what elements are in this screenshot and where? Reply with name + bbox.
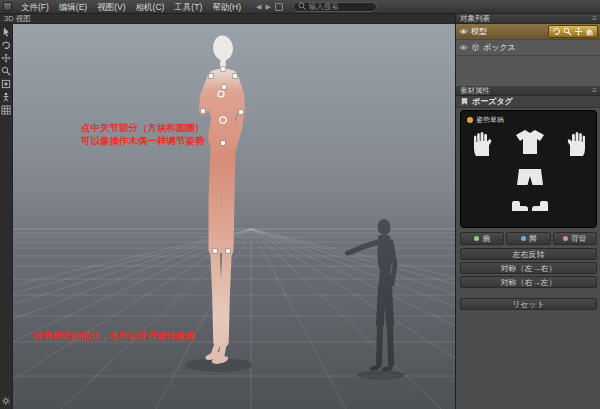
lower-body-icon[interactable]: [516, 167, 544, 187]
menu-tools[interactable]: 工具(T): [169, 0, 207, 14]
pose-tag-label: ポーズタグ: [472, 96, 513, 107]
search-input[interactable]: [309, 2, 372, 11]
pose-tag-panel: 姿势草稿: [460, 110, 597, 228]
object-list-header: 对象列表 ≡: [456, 14, 600, 24]
camera-tool-bar: [548, 25, 598, 38]
rotate-view-icon[interactable]: [552, 27, 561, 36]
leg-dot: [521, 236, 526, 241]
material-properties-header: 素材属性 ≡: [456, 86, 600, 96]
visibility-eye-icon[interactable]: [459, 27, 468, 36]
visibility-eye-icon[interactable]: [459, 43, 468, 52]
arm-dot: [474, 236, 479, 241]
back-arrow-icon[interactable]: ◀: [256, 3, 261, 11]
figure-tool-icon[interactable]: [1, 91, 12, 102]
grab-hand-icon[interactable]: [585, 27, 594, 36]
select-tool-icon[interactable]: [1, 26, 12, 37]
menu-camera[interactable]: 相机(C): [131, 0, 170, 14]
toggle-spine-label: 背骨: [571, 234, 586, 244]
object-label-model: 模型: [471, 26, 487, 37]
toggle-arm[interactable]: 腕: [460, 232, 504, 245]
symmetry-left-to-right-button[interactable]: 对称（左→右）: [460, 262, 597, 274]
menu-edit[interactable]: 编辑(E): [54, 0, 92, 14]
camera-rotate-icon[interactable]: [1, 39, 12, 50]
zoom-view-icon[interactable]: [563, 27, 572, 36]
menu-help[interactable]: 帮助(H): [207, 0, 246, 14]
menu-bar: 文件(F) 编辑(E) 视图(V) 相机(C) 工具(T) 帮助(H) ◀ ▶: [0, 0, 600, 14]
material-properties-title: 素材属性: [460, 86, 490, 95]
history-panel-icon[interactable]: [275, 3, 283, 11]
tag-active-dot: [467, 117, 473, 123]
tag-icon: [460, 97, 469, 106]
panel-menu-icon[interactable]: ≡: [592, 14, 597, 23]
left-toolbar: [0, 24, 13, 409]
object-list-title: 对象列表: [460, 14, 490, 23]
toggle-leg-label: 脚: [529, 234, 537, 244]
reset-button[interactable]: リセット: [460, 298, 597, 310]
silhouette-shadow: [357, 371, 405, 380]
forward-arrow-icon[interactable]: ▶: [265, 3, 270, 11]
tag-name: 姿势草稿: [476, 115, 504, 125]
3d-viewport-canvas[interactable]: [13, 24, 455, 409]
camera-pan-icon[interactable]: [1, 52, 12, 63]
annotation-joints: 点中关节部分（方块和圆圈） 可以像操作木偶一样调节姿势: [81, 122, 205, 147]
object-label-box: ボックス: [483, 42, 516, 53]
camera-zoom-icon[interactable]: [1, 65, 12, 76]
toggle-arm-label: 腕: [482, 234, 490, 244]
panel-menu-icon[interactable]: ≡: [592, 86, 597, 95]
history-nav: ◀ ▶: [256, 3, 283, 11]
menu-file[interactable]: 文件(F): [16, 0, 54, 14]
object-row-model[interactable]: 模型: [456, 24, 600, 40]
object-row-box[interactable]: ボックス: [456, 40, 600, 56]
torso-icon[interactable]: [514, 128, 546, 156]
annotation-rotation: 没有标记的部分，也可以进行旋转微调: [33, 330, 195, 343]
flip-horizontal-button[interactable]: 左右反转: [460, 248, 597, 260]
search-box[interactable]: [293, 2, 377, 12]
object-list: 模型: [456, 24, 600, 86]
left-hand-icon[interactable]: [471, 131, 495, 157]
spine-dot: [563, 236, 568, 241]
3d-viewport[interactable]: 点中关节部分（方块和圆圈） 可以像操作木偶一样调节姿势 没有标记的部分，也可以进…: [13, 24, 455, 409]
search-icon: [298, 2, 307, 11]
symmetry-right-to-left-button[interactable]: 对称（右→左）: [460, 276, 597, 288]
pose-tag-entry[interactable]: 姿势草稿: [467, 115, 504, 125]
right-hand-icon[interactable]: [564, 131, 588, 157]
app-icon: [3, 2, 12, 11]
menu-view[interactable]: 视图(V): [92, 0, 130, 14]
pose-tag-row[interactable]: ポーズタグ: [456, 96, 600, 108]
pan-view-icon[interactable]: [574, 27, 583, 36]
feet-icon[interactable]: [510, 197, 550, 213]
cube-icon: [471, 43, 480, 52]
toggle-spine[interactable]: 背骨: [553, 232, 597, 245]
frame-fit-icon[interactable]: [1, 78, 12, 89]
app-window: 文件(F) 编辑(E) 视图(V) 相机(C) 工具(T) 帮助(H) ◀ ▶ …: [0, 0, 600, 409]
settings-icon[interactable]: [1, 395, 12, 406]
grid-toggle-icon[interactable]: [1, 104, 12, 115]
viewport-tab[interactable]: 3D 视图: [0, 14, 455, 24]
part-toggle-group: 腕 脚 背骨: [460, 232, 597, 245]
toggle-leg[interactable]: 脚: [506, 232, 550, 245]
right-panel: 对象列表 ≡ 模型: [455, 14, 600, 409]
